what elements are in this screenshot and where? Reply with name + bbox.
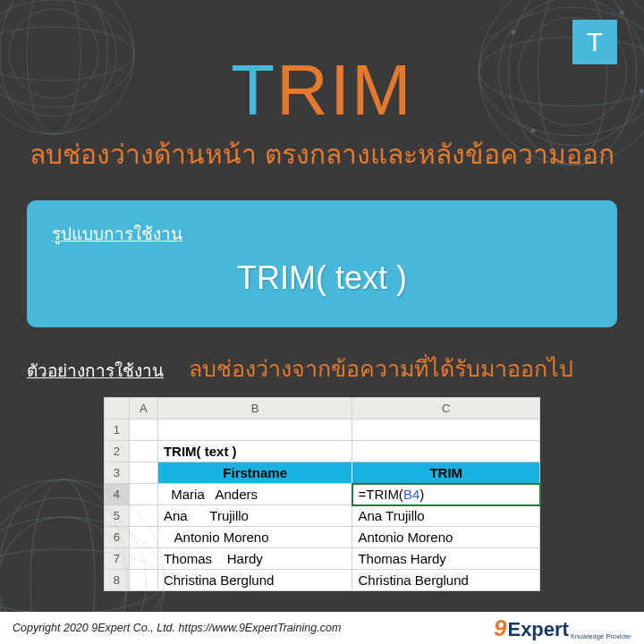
copyright-text: Copyright 2020 9Expert Co., Ltd. https:/… (13, 622, 341, 634)
logo-expert: Expert (507, 618, 568, 641)
cell (130, 527, 158, 548)
cell: Thomas Hardy (352, 548, 540, 570)
row-header: 7 (105, 548, 130, 570)
cell (130, 548, 158, 570)
cell: Antonio Moreno (352, 527, 540, 548)
cell: Antonio Moreno (158, 527, 353, 548)
sheet-row: 4 Maria Anders =TRIM(B4) (105, 484, 540, 505)
sheet-row: 1 (105, 419, 540, 441)
table-header: TRIM (352, 462, 540, 484)
example-description: ลบช่องว่างจากข้อความที่ได้รับมาออกไป (189, 351, 573, 386)
cell: Maria Anders (158, 484, 353, 505)
category-badge: T (572, 20, 617, 64)
active-cell-formula: =TRIM(B4) (352, 484, 540, 505)
cell: Ana Trujillo (158, 505, 353, 527)
svg-point-14 (512, 30, 515, 34)
spreadsheet: A B C 1 2 TRIM( text ) 3 Firstname TRIM … (104, 397, 540, 591)
cell: Christina Berglund (352, 570, 540, 591)
syntax-card: รูปแบบการใช้งาน TRIM( text ) (27, 200, 617, 327)
col-header: A (130, 398, 158, 419)
example-header: ตัวอย่างการใช้งาน ลบช่องว่างจากข้อความที… (27, 351, 617, 386)
svg-point-15 (620, 11, 623, 14)
page-subtitle: ลบช่องว่างด้านหน้า ตรงกลางและหลังข้อความ… (0, 133, 644, 175)
cell-title: TRIM( text ) (158, 441, 353, 462)
logo-tagline: Knowledge Provider (571, 633, 631, 640)
cell (352, 441, 540, 462)
syntax-label: รูปแบบการใช้งาน (52, 220, 592, 247)
sheet-row: 6 Antonio Moreno Antonio Moreno (105, 527, 540, 548)
cell: Thomas Hardy (158, 548, 353, 570)
row-header: 5 (105, 505, 130, 527)
syntax-body: TRIM( text ) (52, 259, 592, 297)
cell: Ana Trujillo (352, 505, 540, 527)
sheet-row: 2 TRIM( text ) (105, 441, 540, 462)
example-label: ตัวอย่างการใช้งาน (27, 357, 164, 384)
title-rest: RIM (276, 50, 413, 130)
cell (130, 505, 158, 527)
sheet-row: 8 Christina Berglund Christina Berglund (105, 570, 540, 591)
row-header: 4 (105, 484, 130, 505)
cell (158, 419, 353, 441)
sheet-row: 3 Firstname TRIM (105, 462, 540, 484)
page-title: TRIM (0, 49, 644, 131)
row-header: 2 (105, 441, 130, 462)
cell: Christina Berglund (158, 570, 353, 591)
sheet-row: 5 Ana Trujillo Ana Trujillo (105, 505, 540, 527)
col-header: C (352, 398, 540, 419)
brand-logo: 9 Expert Knowledge Provider (494, 614, 631, 642)
footer: Copyright 2020 9Expert Co., Ltd. https:/… (0, 612, 644, 644)
col-header: B (158, 398, 353, 419)
cell (130, 419, 158, 441)
sheet-corner (105, 398, 130, 419)
cell (352, 419, 540, 441)
title-first-letter: T (231, 50, 276, 130)
logo-nine: 9 (494, 614, 506, 642)
col-header-row: A B C (105, 398, 540, 419)
row-header: 3 (105, 462, 130, 484)
cell (130, 441, 158, 462)
row-header: 6 (105, 527, 130, 548)
table-header: Firstname (158, 462, 353, 484)
row-header: 1 (105, 419, 130, 441)
cell (130, 484, 158, 505)
cell (130, 570, 158, 591)
cell (130, 462, 158, 484)
row-header: 8 (105, 570, 130, 591)
sheet-row: 7 Thomas Hardy Thomas Hardy (105, 548, 540, 570)
